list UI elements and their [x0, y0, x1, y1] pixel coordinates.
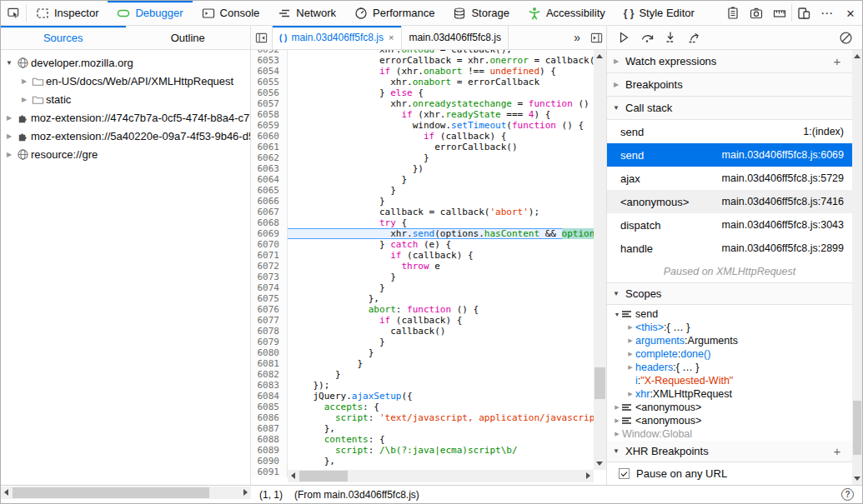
chevron-down-icon[interactable]: ▼: [612, 312, 622, 317]
scope-row[interactable]: ▶xhr: XMLHttpRequest: [607, 387, 852, 401]
pause-on-any-url-checkbox[interactable]: [619, 468, 630, 479]
code-line[interactable]: }: [288, 337, 606, 347]
tree-item[interactable]: ▶moz-extension://474c7b7a-0cf5-474f-b8a4…: [1, 108, 250, 127]
tab-debugger[interactable]: Debugger: [108, 1, 192, 25]
rulers-button[interactable]: [768, 1, 791, 25]
code-line[interactable]: if (xhr.readyState === 4) {: [288, 109, 606, 120]
code-line[interactable]: }: [288, 196, 606, 207]
line-number[interactable]: 6080: [251, 347, 288, 358]
scroll-down-icon[interactable]: [854, 477, 860, 481]
editor-vertical-scrollbar[interactable]: [594, 50, 606, 470]
line-number[interactable]: 6063: [251, 163, 288, 174]
call-stack-frame[interactable]: handlemain.03d406ff5fc8.js:2899: [607, 237, 852, 260]
line-number[interactable]: 6070: [251, 239, 288, 250]
line-number[interactable]: 6075: [251, 293, 288, 304]
code-line[interactable]: script: 'text/javascript, application/ja…: [288, 412, 606, 423]
chevron-right-icon[interactable]: ▶: [625, 337, 635, 344]
chevron-right-icon[interactable]: ▶: [625, 364, 635, 371]
tree-item[interactable]: ▶moz-extension://5a40220e-09a7-4f53-9b46…: [1, 127, 250, 145]
chevron-right-icon[interactable]: ▶: [4, 114, 14, 122]
section-breakpoints[interactable]: ▶ Breakpoints: [607, 73, 852, 97]
tab-console[interactable]: Console: [193, 1, 269, 25]
close-devtools-button[interactable]: ✕: [839, 1, 862, 25]
scrollbar-thumb[interactable]: [853, 401, 861, 455]
code-line[interactable]: if (callback) {: [288, 250, 606, 261]
tabs-overflow-icon[interactable]: »: [568, 31, 586, 44]
step-in-button[interactable]: [660, 27, 680, 47]
code-line[interactable]: }: [288, 152, 606, 163]
scrollbar-thumb[interactable]: [13, 487, 209, 498]
scope-row[interactable]: ▶<anonymous>: [607, 401, 852, 414]
scroll-right-icon[interactable]: [586, 472, 590, 479]
collapse-sidebar-button[interactable]: [251, 26, 273, 49]
scrollbar-thumb[interactable]: [299, 471, 348, 482]
code-line[interactable]: jQuery.ajaxSetup({: [288, 391, 606, 402]
code-line[interactable]: if (callback) {: [288, 315, 606, 326]
line-number[interactable]: 6062: [251, 152, 288, 163]
code-line[interactable]: } catch (e) {: [288, 239, 606, 250]
expand-panes-button[interactable]: [586, 27, 606, 47]
code-line[interactable]: },: [288, 423, 606, 434]
code-line[interactable]: }: [288, 358, 606, 369]
code-line[interactable]: }: [288, 347, 606, 358]
line-number[interactable]: 6056: [251, 87, 288, 98]
code-line[interactable]: window.setTimeout(function () {: [288, 120, 606, 131]
tab-accessibility[interactable]: Accessibility: [519, 1, 615, 25]
line-number[interactable]: 6054: [251, 66, 288, 77]
line-number[interactable]: 6066: [251, 196, 288, 207]
tab-inspector[interactable]: Inspector: [27, 1, 108, 25]
code-line[interactable]: xhr.onreadystatechange = function () {: [288, 98, 606, 109]
screenshot-button[interactable]: [745, 1, 768, 25]
tab-performance[interactable]: Performance: [345, 1, 444, 25]
section-scopes[interactable]: ▼ Scopes: [607, 283, 852, 305]
scope-row[interactable]: ▼send: [607, 307, 852, 321]
line-number[interactable]: 6084: [251, 391, 288, 402]
editor-horizontal-scrollbar[interactable]: [288, 470, 594, 482]
line-number[interactable]: 6074: [251, 282, 288, 293]
chevron-right-icon[interactable]: ▶: [612, 431, 622, 437]
line-number[interactable]: 6085: [251, 402, 288, 412]
code-line[interactable]: } else {: [288, 87, 606, 98]
code-line[interactable]: script: /\b(?:java|ecma)script\b/: [288, 445, 606, 456]
line-number[interactable]: 6058: [251, 109, 288, 120]
code-line[interactable]: }: [288, 282, 606, 293]
code-line[interactable]: }: [288, 272, 606, 282]
code-line[interactable]: accepts: {: [288, 402, 606, 412]
chevron-right-icon[interactable]: ▶: [625, 324, 635, 331]
code-line[interactable]: callback(): [288, 326, 606, 337]
help-icon[interactable]: ?: [841, 488, 854, 501]
code-line[interactable]: callback = callback('abort');: [288, 207, 606, 217]
line-number[interactable]: 6077: [251, 315, 288, 326]
line-number[interactable]: 6076: [251, 304, 288, 315]
scroll-down-icon[interactable]: [596, 462, 603, 466]
line-number[interactable]: 6060: [251, 131, 288, 142]
tab-sources[interactable]: Sources: [1, 26, 126, 49]
code-line[interactable]: throw e: [288, 261, 606, 272]
code-line[interactable]: }): [288, 163, 606, 174]
paused-code-line[interactable]: xhr.send(options.hasContent && options.d…: [288, 228, 606, 239]
tree-item[interactable]: ▶resource://gre: [1, 145, 250, 163]
line-number[interactable]: 6091: [251, 467, 288, 477]
add-xhr-breakpoint-button[interactable]: +: [829, 444, 845, 458]
line-number[interactable]: 6053: [251, 55, 288, 66]
line-number[interactable]: 6065: [251, 185, 288, 196]
code-line[interactable]: contents: {: [288, 434, 606, 445]
line-number[interactable]: 6087: [251, 423, 288, 434]
line-number[interactable]: 6073: [251, 272, 288, 282]
pick-element-button[interactable]: [1, 1, 26, 25]
scope-row[interactable]: ▶arguments: Arguments: [607, 334, 852, 347]
scroll-up-icon[interactable]: [854, 54, 860, 58]
chevron-right-icon[interactable]: ▶: [612, 417, 622, 424]
code-line[interactable]: if (callback) {: [288, 131, 606, 142]
code-line[interactable]: }: [288, 369, 606, 380]
line-number[interactable]: 6072: [251, 261, 288, 272]
close-tab-icon[interactable]: ×: [388, 32, 394, 42]
line-number[interactable]: 6078: [251, 326, 288, 337]
chevron-right-icon[interactable]: ▶: [19, 96, 29, 103]
tree-item[interactable]: ▶en-US/docs/Web/API/XMLHttpRequest: [1, 72, 250, 90]
add-watch-expression-button[interactable]: +: [829, 54, 845, 68]
code-line[interactable]: },: [288, 456, 606, 467]
line-number[interactable]: 6069: [251, 228, 288, 239]
code-line[interactable]: xhr.onabort = errorCallback: [288, 77, 606, 87]
call-stack-frame[interactable]: sendmain.03d406ff5fc8.js:6069: [607, 143, 852, 167]
